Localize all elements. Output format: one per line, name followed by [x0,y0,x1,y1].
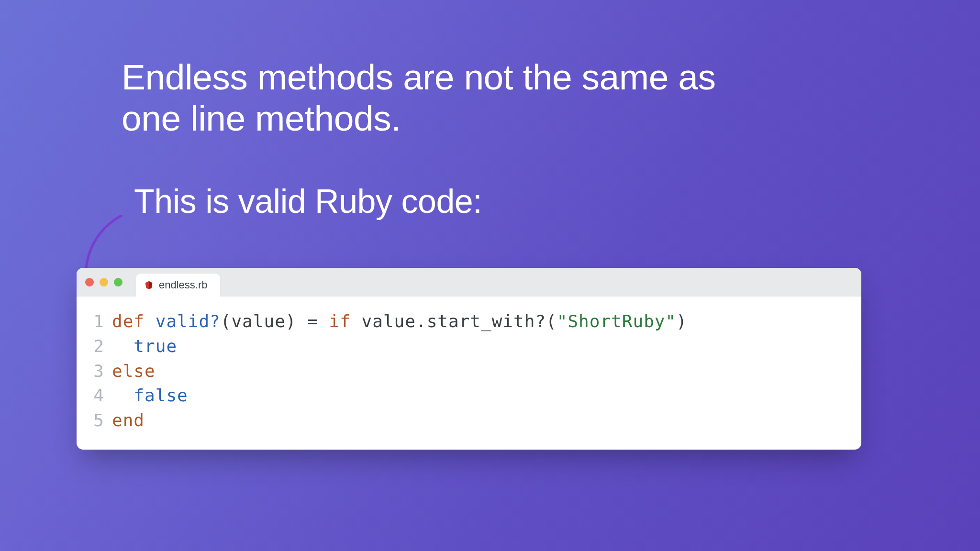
headline: Endless methods are not the same as one … [122,56,839,139]
editor-tab[interactable]: endless.rb [136,274,220,297]
code-token: ( [546,311,557,331]
window-titlebar: endless.rb [77,268,861,297]
code-token: else [112,361,156,381]
code-token: true [134,336,177,356]
code-token: "ShortRuby" [557,311,676,331]
code-token: def [112,311,156,331]
minimize-icon[interactable] [100,278,108,287]
code-token: false [134,386,188,405]
code-token: value [231,311,285,331]
line-content: else [112,359,156,384]
code-token: end [112,410,145,430]
code-token: value [362,311,416,331]
headline-line2: one line methods. [122,98,401,138]
code-line: 1def valid?(value) = if value.start_with… [88,309,850,334]
code-line: 4 false [88,383,850,408]
code-token: valid? [156,311,221,331]
line-content: true [112,334,177,359]
code-line: 3else [88,359,850,384]
code-line: 2 true [88,334,850,359]
line-number: 2 [88,334,104,359]
code-token: ) [676,311,687,331]
headline-line1: Endless methods are not the same as [122,57,716,97]
ruby-icon [144,280,154,290]
code-line: 5end [88,408,850,433]
line-content: false [112,383,188,408]
code-token [112,336,134,356]
close-icon[interactable] [85,278,94,287]
code-area: 1def valid?(value) = if value.start_with… [77,297,861,446]
code-token: = [307,311,318,331]
code-token: start_with? [427,311,546,331]
code-token: if [329,311,362,331]
code-token [318,311,329,331]
window-traffic-lights [85,268,122,297]
zoom-icon[interactable] [114,278,122,287]
slide: Endless methods are not the same as one … [0,0,980,551]
code-token: ( [221,311,232,331]
code-editor-window: endless.rb 1def valid?(value) = if value… [77,268,861,450]
line-number: 5 [88,408,104,433]
code-token: ) [286,311,307,331]
line-content: def valid?(value) = if value.start_with?… [112,309,687,334]
subhead: This is valid Ruby code: [134,182,980,220]
tab-filename: endless.rb [159,279,208,291]
line-number: 1 [88,309,104,334]
code-token: . [416,311,427,331]
line-number: 4 [88,383,104,408]
line-content: end [112,408,145,433]
code-token [112,386,134,405]
line-number: 3 [88,359,104,384]
